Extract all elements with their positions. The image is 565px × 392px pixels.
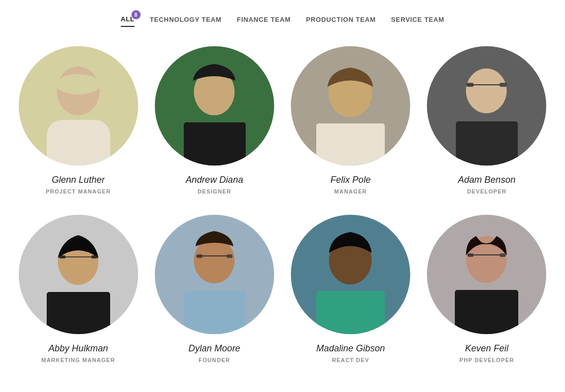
team-member-2: Andrew DianaDESIGNER (151, 46, 277, 194)
tab-finance-label: FINANCE TEAM (237, 16, 291, 23)
avatar-5 (19, 215, 138, 334)
member-name-2: Andrew Diana (186, 175, 243, 185)
tab-technology-label: TECHNOLOGY TEAM (150, 16, 222, 23)
svg-point-4 (56, 74, 101, 94)
svg-rect-7 (184, 122, 246, 166)
nav-tabs: ALL 8 TECHNOLOGY TEAM FINANCE TEAM PRODU… (15, 10, 550, 31)
member-role-8: PHP DEVELOPER (459, 357, 514, 363)
member-name-4: Adam Benson (458, 175, 515, 185)
tab-all-badge: 8 (131, 10, 141, 19)
team-member-5: Abby HulkmanMARKETING MANAGER (15, 215, 141, 363)
member-role-2: DESIGNER (197, 188, 231, 194)
member-name-7: Madaline Gibson (316, 343, 385, 354)
member-name-8: Keven Feil (465, 343, 508, 354)
svg-rect-30 (226, 254, 232, 258)
svg-point-16 (466, 69, 507, 113)
avatar-8 (427, 215, 546, 334)
page-container: ALL 8 TECHNOLOGY TEAM FINANCE TEAM PRODU… (0, 0, 565, 383)
svg-rect-21 (47, 292, 110, 334)
member-name-1: Glenn Luther (52, 175, 105, 185)
svg-rect-2 (47, 120, 110, 166)
member-name-3: Felix Pole (330, 175, 371, 185)
member-role-3: MANAGER (334, 188, 367, 194)
tab-finance[interactable]: FINANCE TEAM (237, 16, 291, 26)
svg-rect-40 (500, 253, 506, 257)
tab-production-label: PRODUCTION TEAM (306, 16, 376, 23)
team-member-3: Felix PoleMANAGER (288, 46, 414, 194)
team-member-6: Dylan MooreFOUNDER (151, 215, 277, 363)
member-role-6: FOUNDER (198, 357, 230, 363)
svg-rect-33 (316, 291, 385, 334)
avatar-4 (427, 46, 546, 166)
avatar-3 (291, 46, 410, 166)
svg-rect-27 (184, 291, 246, 334)
team-member-4: Adam BensonDEVELOPER (424, 46, 550, 194)
svg-rect-15 (456, 121, 518, 166)
tab-service[interactable]: SERVICE TEAM (391, 16, 444, 26)
member-name-6: Dylan Moore (188, 343, 240, 354)
tab-technology[interactable]: TECHNOLOGY TEAM (150, 16, 222, 26)
team-grid: Glenn LutherPROJECT MANAGER Andrew Diana… (15, 46, 550, 363)
team-member-8: Keven FeilPHP DEVELOPER (424, 215, 550, 363)
member-role-1: PROJECT MANAGER (46, 188, 111, 194)
avatar-6 (155, 215, 274, 334)
member-role-4: DEVELOPER (467, 188, 507, 194)
tab-all[interactable]: ALL 8 (121, 15, 135, 27)
avatar-1 (19, 46, 138, 166)
tab-production[interactable]: PRODUCTION TEAM (306, 16, 376, 26)
svg-rect-18 (500, 83, 507, 87)
member-role-7: REACT DEV (332, 357, 369, 363)
svg-rect-11 (316, 123, 385, 166)
svg-rect-24 (91, 255, 97, 258)
tab-service-label: SERVICE TEAM (391, 16, 444, 23)
team-member-7: Madaline GibsonREACT DEV (288, 215, 414, 363)
avatar-2 (155, 46, 274, 166)
avatar-7 (291, 215, 410, 334)
team-member-1: Glenn LutherPROJECT MANAGER (15, 46, 141, 194)
svg-rect-37 (455, 290, 518, 334)
member-role-5: MARKETING MANAGER (42, 357, 115, 363)
member-name-5: Abby Hulkman (49, 343, 108, 354)
